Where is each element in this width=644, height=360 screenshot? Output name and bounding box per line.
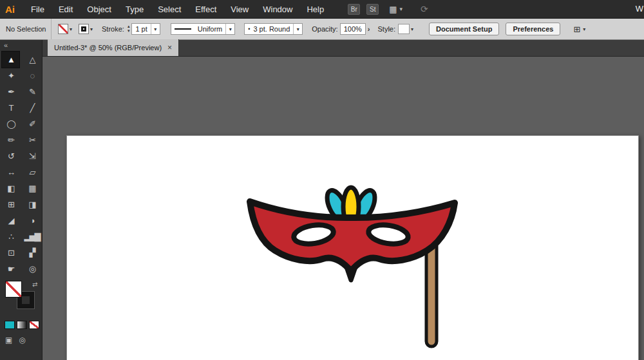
document-tab[interactable]: Untitled-3* @ 50% (RGB/Preview) × [48,39,179,56]
stroke-weight-value[interactable]: 1 pt [132,24,150,34]
align-options-dropdown[interactable]: ⊞ ▾ [573,24,585,34]
tool-scale[interactable]: ⇲ [23,148,41,164]
tool-pencil[interactable]: ✏ [2,132,19,148]
tool-slice[interactable]: ▞ [23,245,41,261]
opacity-label: Opacity: [312,25,337,33]
tool-magic-wand[interactable]: ✦ [2,68,19,84]
menu-file[interactable]: File [24,0,52,18]
gradient-button[interactable] [17,321,27,329]
tool-blend[interactable]: ◑ [23,213,41,229]
graphic-style-swatch[interactable] [398,24,410,34]
hand-icon: ☛ [8,264,14,274]
artwork-masquerade-mask[interactable] [242,184,464,352]
preferences-button[interactable]: Preferences [506,23,560,35]
mesh-icon: ⊞ [8,200,14,209]
stroke-color-swatch[interactable] [79,24,89,34]
tool-paintbrush[interactable]: ✐ [23,116,41,132]
stroke-color-dropdown[interactable]: ▾ [79,24,93,34]
tool-pen[interactable]: ✒ [2,84,19,100]
fill-color-dropdown[interactable]: ▾ [58,24,72,34]
color-mode-buttons [5,321,42,329]
none-button[interactable] [29,321,39,329]
menu-object[interactable]: Object [80,0,118,18]
touch-workspace-icon[interactable]: ⟳ [421,4,428,14]
fill-indicator-none[interactable] [5,281,22,298]
menu-bar: Ai FileEditObjectTypeSelectEffectViewWin… [0,0,644,18]
pencil-icon: ✏ [8,135,14,145]
bridge-icon[interactable]: Br [348,4,360,15]
tool-hand[interactable]: ☛ [2,261,19,277]
chevron-down-icon[interactable]: ▾ [411,26,413,32]
shape-builder-icon: ◧ [7,184,14,193]
brush-definition-value[interactable]: 3 pt. Round [250,24,293,34]
tool-shape-builder[interactable]: ◧ [2,180,19,196]
menu-badges: Br St [348,4,379,15]
width-profile-dropdown[interactable]: Uniform ▾ [171,23,236,35]
perspective-grid-icon: ▦ [28,184,35,193]
tool-zoom[interactable]: ◎ [23,261,41,277]
tool-width[interactable]: ↔ [2,164,19,180]
tool-artboard[interactable]: ⊡ [2,245,19,261]
swap-fill-stroke-icon[interactable]: ⇄ [32,281,37,288]
fill-none-swatch[interactable] [58,24,68,34]
chevron-down-icon[interactable]: ▾ [151,24,160,34]
canvas-pasteboard[interactable] [43,57,644,360]
width-profile-value[interactable]: Uniform [194,24,226,34]
menu-effect[interactable]: Effect [188,0,223,18]
menu-select[interactable]: Select [151,0,188,18]
draw-behind-icon[interactable]: ◎ [19,336,25,345]
tool-grid: ▲△✦◌✒✎T╱◯✐✏✂↺⇲↔▱◧▦⊞◨◢◑∴▂▅▇⊡▞☛◎ [0,52,42,277]
opacity-field[interactable]: 100% [340,23,366,35]
tool-symbol-sprayer[interactable]: ∴ [2,229,19,245]
menu-window[interactable]: Window [256,0,299,18]
lasso-icon: ◌ [30,71,34,81]
opacity-value[interactable]: 100% [341,24,365,34]
tool-selection[interactable]: ▲ [2,52,19,68]
draw-normal-icon[interactable]: ▣ [5,336,12,345]
menu-edit[interactable]: Edit [52,0,80,18]
brush-definition-dropdown[interactable]: • 3 pt. Round ▾ [244,23,303,35]
scale-icon: ⇲ [29,151,35,161]
document-setup-button[interactable]: Document Setup [429,23,499,35]
selection-status: No Selection [0,19,52,39]
tool-free-transform[interactable]: ▱ [23,164,41,180]
tool-curvature[interactable]: ✎ [23,84,41,100]
menu-view[interactable]: View [223,0,256,18]
column-graph-icon: ▂▅▇ [24,232,40,242]
menu-items: FileEditObjectTypeSelectEffectViewWindow… [24,0,331,18]
tool-gradient[interactable]: ◨ [23,196,41,213]
arrange-documents-dropdown[interactable]: ▦ ▾ [389,5,402,14]
line-segment-icon: ╱ [30,103,34,113]
control-bar: No Selection ▾ ▾ Stroke: ▴ ▾ 1 pt ▾ Unif… [0,18,644,40]
tool-direct-selection[interactable]: △ [23,52,41,68]
tool-rotate[interactable]: ↺ [2,148,19,164]
stroke-weight-stepper[interactable]: ▴ ▾ [128,24,130,33]
document-tab-title: Untitled-3* @ 50% (RGB/Preview) [54,44,162,52]
color-button[interactable] [5,321,15,329]
chevron-down-icon[interactable]: ▾ [293,24,302,34]
tool-lasso[interactable]: ◌ [23,68,41,84]
stepper-down-icon[interactable]: ▾ [128,29,130,33]
tool-ellipse[interactable]: ◯ [2,116,19,132]
stock-icon[interactable]: St [366,4,379,15]
selection-icon: ▲ [7,55,14,64]
tool-scissors[interactable]: ✂ [23,132,41,148]
tool-column-graph[interactable]: ▂▅▇ [23,229,41,245]
tool-perspective-grid[interactable]: ▦ [23,180,41,196]
pen-icon: ✒ [8,87,14,97]
chevron-down-icon[interactable]: ▾ [225,24,234,34]
align-icon: ⊞ [573,24,580,34]
menu-type[interactable]: Type [118,0,151,18]
tool-type[interactable]: T [2,100,19,116]
stroke-weight-field[interactable]: 1 pt ▾ [131,23,160,35]
tool-mesh[interactable]: ⊞ [2,196,19,213]
chevron-down-icon: ▾ [400,6,403,12]
magic-wand-icon: ✦ [8,71,14,81]
menu-help[interactable]: Help [299,0,331,18]
close-icon[interactable]: × [167,43,172,52]
opacity-flyout-icon[interactable]: › [368,25,370,33]
curvature-icon: ✎ [29,87,35,97]
tool-line-segment[interactable]: ╱ [23,100,41,116]
tool-eyedropper[interactable]: ◢ [2,213,19,229]
panel-collapse-icon[interactable]: « [0,40,42,49]
